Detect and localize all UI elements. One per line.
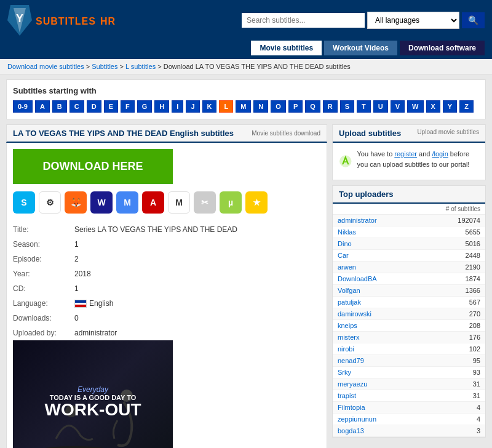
alpha-btn-n[interactable]: N [253, 100, 268, 113]
uploader-name[interactable]: Niklas [338, 228, 356, 236]
alpha-btn-u[interactable]: U [373, 100, 388, 113]
year-value: 2018 [74, 266, 91, 281]
uploader-name[interactable]: administrator [338, 217, 377, 224]
uploader-count: 176 [469, 334, 480, 341]
app-icon-google-maps[interactable]: M [116, 191, 138, 214]
uploader-name[interactable]: misterx [338, 334, 359, 341]
app-icon-winrar[interactable]: W [90, 191, 113, 214]
uploader-count: 567 [469, 298, 480, 306]
alpha-btn-p[interactable]: P [288, 100, 303, 113]
uploader-name[interactable]: bogda13 [338, 427, 364, 434]
search-button[interactable]: 🔍 [462, 12, 485, 28]
app-icon-skype[interactable]: S [13, 191, 35, 214]
page-title: LA TO VEGAS THE YIPS AND THE DEAD Englis… [13, 129, 234, 138]
alpha-btn-i[interactable]: I [172, 100, 183, 113]
alpha-btn-c[interactable]: C [69, 100, 84, 113]
uploader-row: Filmtopia4 [333, 402, 485, 414]
alpha-btn-e[interactable]: E [104, 100, 118, 113]
breadcrumb-link-l-subtitles[interactable]: L subtitles [125, 63, 156, 70]
uploaders-list: administrator192074Niklas5655Dino5016Car… [333, 215, 485, 437]
movie-info: Title: Series LA TO VEGAS THE YIPS AND T… [13, 222, 320, 340]
uploader-name[interactable]: arwen [338, 263, 356, 271]
app-icon-firefox[interactable]: 🦊 [65, 191, 87, 214]
alpha-btn-t[interactable]: T [357, 100, 371, 113]
upload-message: You have to register and /login before y… [357, 149, 479, 169]
season-value: 1 [74, 237, 79, 252]
uploader-row: kneips208 [333, 320, 485, 332]
alpha-btn-b[interactable]: B [52, 100, 67, 113]
alpha-btn-y[interactable]: Y [443, 100, 457, 113]
alpha-btn-j[interactable]: J [186, 100, 199, 113]
tab-movie-subtitles[interactable]: Movie subtitles [251, 41, 322, 55]
search-area: All languages 🔍 [242, 12, 485, 29]
alpha-btn-x[interactable]: X [426, 100, 440, 113]
header: Y SUBTITLES HR All languages 🔍 [0, 0, 492, 41]
alpha-title: Subtitles starting with [13, 86, 479, 95]
uploader-name[interactable]: DownloadBA [338, 275, 377, 282]
uploader-row: damirowski270 [333, 308, 485, 320]
tab-download-software[interactable]: Download software [400, 41, 485, 55]
uploader-name[interactable]: Filmtopia [338, 404, 365, 411]
alpha-btn-k[interactable]: K [202, 100, 217, 113]
uploader-name[interactable]: patuljak [338, 298, 361, 306]
alpha-row: 0-9ABCDEFGHIJKLMNOPQRSTUVWXYZ [13, 100, 479, 113]
uploader-name[interactable]: Car [338, 252, 349, 259]
downloads-value: 0 [74, 311, 79, 326]
cd-value: 1 [74, 281, 79, 296]
alpha-btn-w[interactable]: W [407, 100, 423, 113]
uploader-name[interactable]: zeppiununun [338, 415, 376, 423]
language-select[interactable]: All languages [367, 12, 459, 29]
alpha-btn-l[interactable]: L [219, 100, 233, 113]
uploader-name[interactable]: nirobi [338, 345, 354, 353]
uploader-name[interactable]: nenad79 [338, 357, 364, 364]
alpha-btn-q[interactable]: Q [305, 100, 320, 113]
login-link[interactable]: /login [432, 150, 448, 158]
subtitle-download-label: Movie subtitles download [252, 129, 320, 137]
alpha-btn-d[interactable]: D [87, 100, 101, 113]
uploader-row: Niklas5655 [333, 226, 485, 238]
uploader-count: 102 [469, 345, 480, 353]
breadcrumb-link-download[interactable]: Download movie subtitles [7, 63, 84, 70]
season-label: Season: [13, 237, 74, 252]
uploader-name[interactable]: meryaezu [338, 380, 367, 388]
alpha-btn-v[interactable]: V [391, 100, 405, 113]
app-icon-tools[interactable]: ✂ [194, 191, 216, 214]
app-icon-acrobat[interactable]: A [142, 191, 164, 214]
breadcrumb-link-subtitles[interactable]: Subtitles [92, 63, 117, 70]
app-icon-chrome[interactable]: ⚙ [39, 191, 61, 214]
uploader-row: trapist31 [333, 390, 485, 402]
uploader-name[interactable]: Dino [338, 240, 352, 247]
uploader-name[interactable]: damirowski [338, 310, 371, 318]
alpha-btn-f[interactable]: F [121, 100, 135, 113]
alpha-btn-h[interactable]: H [154, 100, 169, 113]
app-icon-folder[interactable]: ★ [245, 191, 268, 214]
uploader-name[interactable]: kneips [338, 322, 357, 329]
uploader-name[interactable]: Volfgan [338, 287, 360, 294]
uploader-row: Volfgan1366 [333, 285, 485, 297]
uploaded-label: Uploaded by: [13, 326, 74, 340]
tab-workout-videos[interactable]: Workout Videos [324, 41, 397, 55]
episode-value: 2 [74, 252, 79, 266]
app-icon-utorrent[interactable]: µ [220, 191, 242, 214]
uploader-row: Car2448 [333, 250, 485, 262]
alpha-btn-0-9[interactable]: 0-9 [13, 100, 33, 113]
app-icon-gmail[interactable]: M [168, 191, 190, 214]
title-value: Series LA TO VEGAS THE YIPS AND THE DEAD [74, 222, 237, 237]
uploader-name[interactable]: trapist [338, 392, 356, 399]
language-value: English [89, 296, 113, 311]
alpha-btn-r[interactable]: R [323, 100, 338, 113]
uploader-row: Srky93 [333, 367, 485, 378]
alpha-btn-o[interactable]: O [271, 100, 286, 113]
register-link[interactable]: register [394, 150, 417, 158]
logo-icon: Y [7, 5, 32, 36]
uploader-name[interactable]: Srky [338, 369, 351, 376]
alpha-btn-g[interactable]: G [137, 100, 153, 113]
alpha-btn-a[interactable]: A [35, 100, 50, 113]
download-button[interactable]: DOWNLOAD HERE [13, 149, 173, 184]
upload-title: Upload subtitles Upload movie subtitles [333, 125, 485, 143]
alpha-btn-s[interactable]: S [340, 100, 354, 113]
uploader-count: 4 [477, 415, 480, 423]
search-input[interactable] [242, 13, 365, 28]
alpha-btn-m[interactable]: M [236, 100, 251, 113]
alpha-btn-z[interactable]: Z [459, 100, 474, 113]
